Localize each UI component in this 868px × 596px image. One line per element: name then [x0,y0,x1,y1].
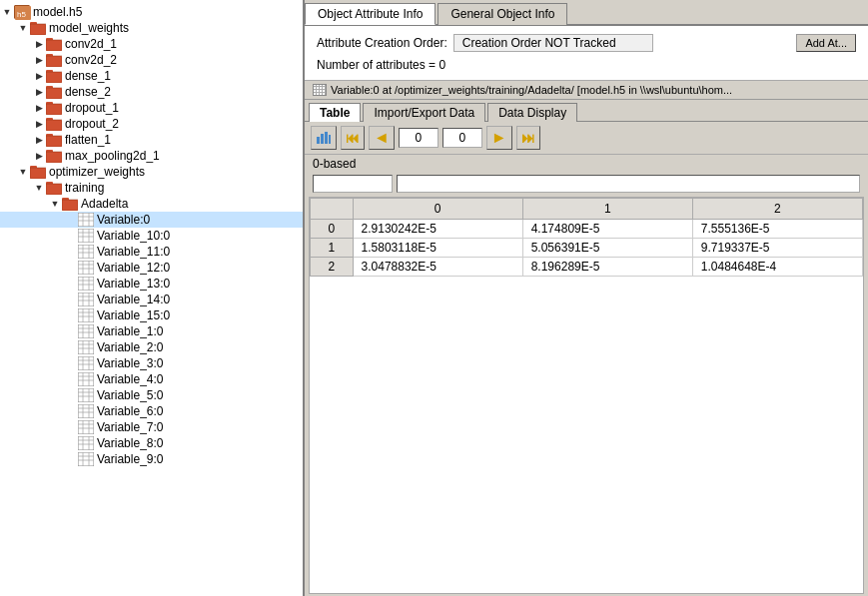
tree-item-dense_2[interactable]: ▶dense_2 [0,84,303,100]
row-index: 0 [311,220,354,239]
next-page-button[interactable]: ► [486,126,512,150]
data-table-container: 012 02.9130242E-54.174809E-57.555136E-51… [309,197,864,594]
last-page-button[interactable]: ⏭ [516,126,540,150]
svg-rect-120 [325,132,328,144]
tree-item-optimizer_weights[interactable]: ▼optimizer_weights [0,164,303,180]
tree-toggle-Variable150 [66,310,76,320]
cell-r2-c0[interactable]: 3.0478832E-5 [353,258,522,277]
tree-item-Variable40[interactable]: Variable_4:0 [0,371,303,387]
tree-toggle-Variable110 [66,247,76,257]
prev-page-button[interactable]: ◄ [369,126,395,150]
tree-item-Variable30[interactable]: Variable_3:0 [0,355,303,371]
cell-r1-c1[interactable]: 5.056391E-5 [522,239,692,258]
variable-path: Variable:0 at /optimizer_weights/trainin… [331,84,732,96]
data-table: 012 02.9130242E-54.174809E-57.555136E-51… [310,198,863,277]
dataset-grid-icon [78,372,94,386]
dataset-grid-icon [78,293,94,306]
tree-item-Variable120[interactable]: Variable_12:0 [0,260,303,276]
filter-row [305,173,868,195]
tree-item-dropout_2[interactable]: ▶dropout_2 [0,116,303,132]
dataset-icon [313,84,327,96]
svg-rect-93 [78,388,94,402]
tree-toggle-flatten_1: ▶ [34,135,44,145]
table-col-header-0: 0 [353,199,522,220]
first-page-button[interactable]: ⏮ [341,126,365,150]
tree-panel: ▼h5model.h5▼model_weights▶conv2d_1▶conv2… [0,0,305,596]
tree-item-Variable60[interactable]: Variable_6:0 [0,403,303,419]
row-index: 1 [311,239,354,258]
cell-r2-c2[interactable]: 1.0484648E-4 [692,258,862,277]
cell-r1-c2[interactable]: 9.719337E-5 [692,239,862,258]
tree-item-Variable10[interactable]: Variable_1:0 [0,323,303,339]
attribute-section: Attribute Creation Order: Creation Order… [305,26,868,81]
tab-general-object-info[interactable]: General Object Info [437,3,567,25]
tab-object-attribute-info[interactable]: Object Attribute Info [305,3,435,25]
table-col-header-2: 2 [692,199,862,220]
cell-r0-c0[interactable]: 2.9130242E-5 [353,220,522,239]
sub-tab-import-export[interactable]: Import/Export Data [363,103,485,122]
group-folder-icon [46,37,62,51]
dataset-grid-icon [78,324,94,338]
sub-tab-bar: Table Import/Export Data Data Display [305,100,868,122]
group-folder-icon [46,53,62,67]
tree-item-Variable130[interactable]: Variable_13:0 [0,276,303,292]
dataset-grid-icon [78,404,94,418]
filter-input-1[interactable] [313,175,393,193]
tree-item-label-Variable80: Variable_8:0 [97,436,164,450]
page-number-input2[interactable]: 0 [442,128,482,148]
tree-item-Variable20[interactable]: Variable_2:0 [0,339,303,355]
tree-item-Variable90[interactable]: Variable_9:0 [0,451,303,467]
h5-file-icon: h5 [14,5,30,19]
cell-r0-c1[interactable]: 4.174809E-5 [522,220,692,239]
cell-r2-c1[interactable]: 8.196289E-5 [522,258,692,277]
cell-r1-c0[interactable]: 1.5803118E-5 [353,239,522,258]
tree-item-dense_1[interactable]: ▶dense_1 [0,68,303,84]
tree-item-label-Adadelta: Adadelta [81,197,128,211]
add-attribute-button[interactable]: Add At... [796,34,856,52]
group-folder-icon [46,85,62,99]
tree-item-max_pooling2d_1[interactable]: ▶max_pooling2d_1 [0,148,303,164]
tree-item-Variable110[interactable]: Variable_11:0 [0,244,303,260]
creation-order-label: Attribute Creation Order: [317,36,447,50]
sub-tab-data-display[interactable]: Data Display [487,103,577,122]
svg-rect-48 [78,245,94,259]
tree-item-Variable100[interactable]: Variable_10:0 [0,228,303,244]
svg-rect-113 [78,452,94,466]
tree-toggle-Variable70 [66,422,76,432]
tree-item-label-Variable40: Variable_4:0 [97,372,164,386]
tree-item-model_weights[interactable]: ▼model_weights [0,20,303,36]
tree-item-Variable0[interactable]: Variable:0 [0,212,303,228]
tree-item-Adadelta[interactable]: ▼Adadelta [0,196,303,212]
sub-tab-table[interactable]: Table [309,103,361,122]
tree-item-label-Variable110: Variable_11:0 [97,245,170,259]
cell-r0-c2[interactable]: 7.555136E-5 [692,220,862,239]
tree-toggle-Variable40 [66,374,76,384]
tree-toggle-Variable50 [66,390,76,400]
filter-input-2[interactable] [397,175,860,193]
tree-item-Variable70[interactable]: Variable_7:0 [0,419,303,435]
tree-item-Variable50[interactable]: Variable_5:0 [0,387,303,403]
tree-toggle-Variable10 [66,326,76,336]
tree-item-Variable140[interactable]: Variable_14:0 [0,292,303,307]
tree-item-conv2d_1[interactable]: ▶conv2d_1 [0,36,303,52]
tree-item-label-conv2d_2: conv2d_2 [65,53,117,67]
group-folder-icon [46,117,62,131]
tree-item-model_h5[interactable]: ▼h5model.h5 [0,4,303,20]
tree-item-label-flatten_1: flatten_1 [65,133,111,147]
page-number-input[interactable]: 0 [399,128,438,148]
tree-item-Variable150[interactable]: Variable_15:0 [0,307,303,323]
tree-item-conv2d_2[interactable]: ▶conv2d_2 [0,52,303,68]
tree-item-flatten_1[interactable]: ▶flatten_1 [0,132,303,148]
tree-item-label-dense_2: dense_2 [65,85,111,99]
svg-rect-83 [78,356,94,370]
tree-item-label-Variable30: Variable_3:0 [97,356,164,370]
tree-toggle-training: ▼ [34,183,44,193]
tree-toggle-Variable60 [66,406,76,416]
tree-item-dropout_1[interactable]: ▶dropout_1 [0,100,303,116]
chart-button[interactable] [311,126,337,150]
tree-item-training[interactable]: ▼training [0,180,303,196]
tree-toggle-Variable130 [66,279,76,289]
tree-item-label-Variable140: Variable_14:0 [97,293,170,306]
tree-item-label-Variable10: Variable_1:0 [97,324,164,338]
tree-item-Variable80[interactable]: Variable_8:0 [0,435,303,451]
